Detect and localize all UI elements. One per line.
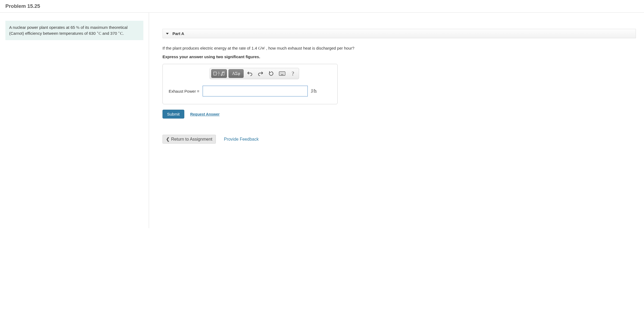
- left-panel: A nuclear power plant operates at 65 % o…: [0, 13, 149, 228]
- redo-icon: [258, 71, 263, 76]
- svg-point-13: [283, 73, 284, 74]
- return-to-assignment-button[interactable]: ❮ Return to Assignment: [162, 135, 216, 144]
- answer-unit: J/h: [311, 88, 317, 94]
- question-text: If the plant produces electric energy at…: [162, 46, 636, 51]
- svg-point-7: [281, 72, 282, 73]
- keyboard-button[interactable]: [278, 69, 287, 78]
- action-row: Submit Request Answer: [162, 110, 636, 119]
- reset-icon: [269, 71, 274, 76]
- answer-row: Exhaust Power = J/h: [167, 86, 334, 96]
- svg-point-9: [283, 72, 284, 73]
- answer-box: x y ΑΣφ: [162, 64, 338, 104]
- svg-point-10: [280, 73, 281, 74]
- caret-down-icon: [166, 33, 169, 34]
- svg-text:x: x: [218, 71, 219, 73]
- svg-point-12: [282, 73, 283, 74]
- keyboard-icon: [279, 71, 285, 76]
- answer-input[interactable]: [203, 86, 308, 96]
- math-template-icon: x y: [213, 71, 225, 76]
- content-area: A nuclear power plant operates at 65 % o…: [0, 13, 644, 228]
- part-label: Part A: [172, 31, 184, 36]
- instruction-text: Express your answer using two significan…: [162, 54, 636, 59]
- problem-statement: A nuclear power plant operates at 65 % o…: [5, 21, 143, 40]
- submit-button[interactable]: Submit: [162, 110, 184, 119]
- svg-point-6: [280, 72, 281, 73]
- greek-letters-button[interactable]: ΑΣφ: [228, 69, 244, 78]
- request-answer-link[interactable]: Request Answer: [190, 112, 220, 116]
- svg-rect-0: [214, 72, 216, 75]
- page-header: Problem 15.25: [0, 0, 644, 13]
- equation-toolbar: x y ΑΣφ: [210, 68, 299, 79]
- svg-text:y: y: [218, 74, 219, 76]
- provide-feedback-link[interactable]: Provide Feedback: [224, 137, 259, 142]
- answer-label: Exhaust Power =: [169, 89, 199, 93]
- reset-button[interactable]: [267, 69, 276, 78]
- svg-rect-14: [281, 74, 283, 75]
- right-panel: Part A If the plant produces electric en…: [149, 13, 644, 228]
- svg-rect-4: [222, 72, 224, 75]
- part-header[interactable]: Part A: [162, 29, 636, 38]
- undo-button[interactable]: [245, 69, 254, 78]
- math-template-button[interactable]: x y: [211, 69, 227, 78]
- svg-point-8: [282, 72, 283, 73]
- redo-button[interactable]: [256, 69, 265, 78]
- chevron-left-icon: ❮: [166, 137, 169, 142]
- svg-point-11: [281, 73, 282, 74]
- undo-icon: [247, 71, 252, 76]
- bottom-row: ❮ Return to Assignment Provide Feedback: [162, 135, 636, 144]
- problem-title: Problem 15.25: [5, 3, 639, 9]
- help-button[interactable]: ?: [288, 69, 297, 78]
- return-label: Return to Assignment: [171, 137, 212, 142]
